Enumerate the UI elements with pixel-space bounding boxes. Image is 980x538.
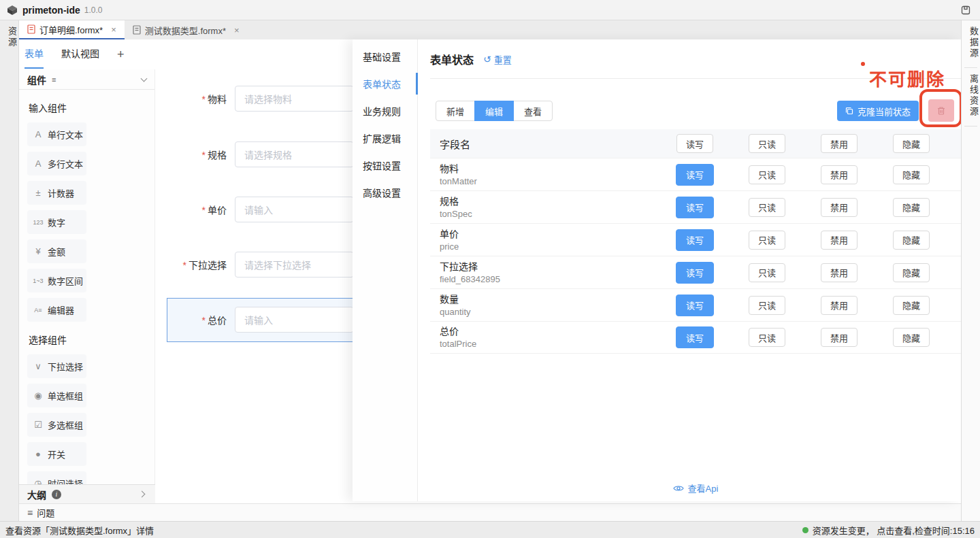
component-time-picker[interactable]: ◷时间选择: [27, 471, 86, 484]
reset-link[interactable]: ↺ 重置: [483, 53, 512, 66]
mode-readwrite-button[interactable]: 读写: [676, 262, 714, 284]
tab-default-view[interactable]: 默认视图: [61, 40, 99, 69]
add-view-button[interactable]: +: [117, 48, 125, 62]
state-tab-view[interactable]: 查看: [513, 101, 553, 121]
field-label: 规格: [208, 150, 227, 161]
form-field-spec[interactable]: *规格 请选择规格: [155, 141, 380, 168]
table-header-row: 字段名 读写 只读 禁用 隐藏: [430, 129, 961, 158]
table-row: 下拉选择field_68342895 读写 只读 禁用 隐藏: [430, 256, 961, 288]
mode-hidden-button[interactable]: 隐藏: [893, 296, 930, 315]
mode-readonly-button[interactable]: 只读: [749, 134, 785, 153]
menu-business-rules[interactable]: 业务规则: [353, 97, 417, 124]
mode-hidden-button[interactable]: 隐藏: [893, 134, 930, 153]
offline-resources-panel-toggle[interactable]: 离线资源: [962, 74, 980, 118]
mode-disabled-button[interactable]: 禁用: [821, 296, 858, 315]
mode-disabled-button[interactable]: 禁用: [821, 198, 858, 217]
outline-bar[interactable]: 大纲 i: [19, 484, 155, 503]
mode-hidden-button[interactable]: 隐藏: [893, 231, 930, 250]
state-tab-new[interactable]: 新增: [436, 101, 475, 121]
checkbox-group-icon: ☑: [33, 420, 44, 430]
field-input[interactable]: 请选择物料: [235, 86, 354, 112]
component-multi-line-text[interactable]: A多行文本: [27, 152, 86, 175]
field-input[interactable]: 请输入: [235, 307, 354, 333]
delete-state-button[interactable]: [928, 99, 954, 122]
field-state-table: 字段名 读写 只读 禁用 隐藏 物料tonMatter 读写 只读 禁用 隐藏 …: [430, 129, 961, 354]
clone-current-state-button[interactable]: 克隆当前状态: [837, 101, 919, 121]
palette-header[interactable]: 组件 ≡: [19, 69, 154, 90]
field-input[interactable]: 请输入: [235, 197, 354, 222]
component-counter[interactable]: ±计数器: [27, 181, 86, 205]
close-icon[interactable]: ×: [111, 24, 116, 35]
file-tab-order-detail[interactable]: 订单明细.formx* ×: [19, 20, 125, 39]
mode-readonly-button[interactable]: 只读: [749, 328, 785, 347]
mode-readonly-button[interactable]: 只读: [749, 165, 785, 184]
time-picker-icon: ◷: [33, 478, 44, 484]
form-field-total-price[interactable]: *总价 请输入: [155, 306, 380, 333]
form-field-material[interactable]: *物料 请选择物料: [155, 85, 380, 112]
file-tab-test-datatypes[interactable]: 测试数据类型.formx* ×: [125, 20, 248, 39]
form-field-select[interactable]: *下拉选择 请选择下拉选择: [155, 251, 380, 278]
settings-panel: 表单状态 ↺ 重置 新增 编辑 查看 克隆当前状态 不可删除: [418, 39, 961, 501]
file-tab-label: 测试数据类型.formx*: [145, 24, 226, 37]
mode-hidden-button[interactable]: 隐藏: [893, 328, 930, 347]
mode-hidden-button[interactable]: 隐藏: [893, 263, 930, 282]
menu-basic-settings[interactable]: 基础设置: [353, 43, 417, 70]
view-api-link[interactable]: 查看Api: [430, 482, 961, 494]
mode-hidden-button[interactable]: 隐藏: [893, 198, 930, 217]
table-row: 总价totalPrice 读写 只读 禁用 隐藏: [430, 321, 961, 354]
tab-form[interactable]: 表单: [24, 40, 44, 69]
component-number-range[interactable]: 1~3数字区间: [27, 269, 86, 292]
mode-disabled-button[interactable]: 禁用: [821, 231, 858, 250]
mode-readwrite-button[interactable]: 读写: [676, 197, 714, 218]
mode-disabled-button[interactable]: 禁用: [821, 134, 858, 153]
problems-bar[interactable]: ≡ 问题: [19, 503, 961, 521]
chevron-down-icon[interactable]: [141, 75, 148, 82]
mode-readwrite-button[interactable]: 读写: [676, 164, 714, 186]
settings-menu: 基础设置 表单状态 业务规则 扩展逻辑 按钮设置 高级设置: [353, 39, 418, 501]
resource-change-notice[interactable]: 资源发生变更， 点击查看,检查时间:15:16: [802, 524, 975, 537]
column-header-field-name: 字段名: [430, 137, 659, 151]
save-icon[interactable]: [960, 5, 971, 16]
chevron-right-icon[interactable]: [139, 491, 146, 498]
mode-disabled-button[interactable]: 禁用: [821, 328, 858, 347]
component-checkbox-group[interactable]: ☑多选框组: [27, 413, 86, 437]
component-currency[interactable]: ¥金额: [27, 239, 86, 263]
mode-readwrite-button[interactable]: 读写: [676, 295, 714, 316]
mode-readwrite-button[interactable]: 读写: [676, 326, 714, 348]
menu-extension-logic[interactable]: 扩展逻辑: [353, 124, 417, 152]
divider: [430, 78, 961, 79]
component-switch[interactable]: ●开关: [27, 442, 86, 466]
component-select[interactable]: ∨下拉选择: [27, 354, 86, 378]
resources-panel-toggle[interactable]: 资源: [0, 27, 18, 48]
form-canvas: *物料 请选择物料 *规格 请选择规格 *单价 请输入 *下拉选择 请选择下拉选…: [155, 39, 353, 484]
mode-disabled-button[interactable]: 禁用: [821, 263, 858, 282]
menu-button-settings[interactable]: 按钮设置: [353, 152, 417, 179]
component-single-line-text[interactable]: A单行文本: [27, 122, 86, 146]
table-row: 单价price 读写 只读 禁用 隐藏: [430, 223, 961, 256]
switch-icon: ●: [33, 449, 44, 459]
editor-icon: A≡: [33, 307, 44, 314]
state-tab-edit[interactable]: 编辑: [474, 101, 514, 121]
menu-advanced-settings[interactable]: 高级设置: [353, 179, 417, 206]
section-title-select: 选择组件: [29, 333, 148, 346]
field-input[interactable]: 请选择规格: [235, 141, 354, 167]
form-field-price[interactable]: *单价 请输入: [155, 196, 380, 223]
mode-readonly-button[interactable]: 只读: [749, 231, 785, 250]
component-number[interactable]: 123数字: [27, 210, 86, 234]
datasource-panel-toggle[interactable]: 数据源: [962, 27, 980, 59]
mode-readonly-button[interactable]: 只读: [749, 296, 785, 315]
drag-handle-icon: ≡: [52, 75, 56, 84]
menu-form-state[interactable]: 表单状态: [353, 70, 417, 97]
mode-disabled-button[interactable]: 禁用: [821, 165, 858, 184]
palette-body: 输入组件 A单行文本 A多行文本 ±计数器 123数字 ¥金额 1~3数字区间 …: [19, 90, 154, 484]
mode-readwrite-button[interactable]: 读写: [676, 134, 713, 153]
mode-readonly-button[interactable]: 只读: [749, 198, 785, 217]
close-icon[interactable]: ×: [234, 25, 240, 35]
mode-readonly-button[interactable]: 只读: [749, 263, 785, 282]
field-input[interactable]: 请选择下拉选择: [235, 252, 354, 278]
mode-readwrite-button[interactable]: 读写: [676, 229, 714, 251]
mode-hidden-button[interactable]: 隐藏: [893, 165, 930, 184]
component-radio-group[interactable]: ◉单选框组: [27, 384, 86, 407]
component-editor[interactable]: A≡编辑器: [27, 298, 86, 322]
status-bar: 查看资源「测试数据类型.formx」详情 资源发生变更， 点击查看,检查时间:1…: [0, 521, 980, 538]
